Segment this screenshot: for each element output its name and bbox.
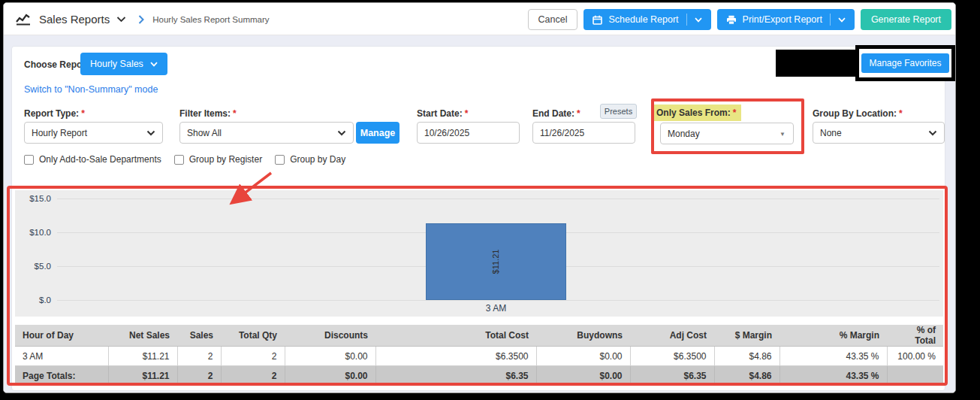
- filter-items-label: Filter Items:*: [179, 108, 237, 119]
- end-date-label: End Date:*: [532, 108, 580, 119]
- totals-cell: 43.35 %: [779, 366, 887, 386]
- cell: 3 AM: [15, 347, 108, 366]
- start-date-label: Start Date:*: [417, 108, 468, 119]
- totals-cell: $0.00: [536, 366, 630, 386]
- manage-filter-button[interactable]: Manage: [356, 122, 400, 144]
- column-header: % of Total: [887, 325, 943, 347]
- bar-3am: $11.21: [426, 223, 566, 300]
- y-axis-tick: $10.0: [15, 228, 51, 237]
- checkbox-icon[interactable]: [174, 155, 184, 165]
- start-date-field[interactable]: [417, 122, 520, 144]
- gridline: [57, 300, 939, 301]
- filter-items-select[interactable]: Show All: [179, 122, 354, 144]
- manage-favorites-highlight-frame: Manage Favorites: [855, 45, 955, 81]
- redaction-box: [776, 50, 856, 77]
- column-header: % Margin: [779, 325, 887, 347]
- report-selector-button[interactable]: Hourly Sales: [80, 53, 167, 75]
- generate-report-button[interactable]: Generate Report: [861, 9, 951, 30]
- divider: [686, 14, 687, 26]
- totals-cell: $6.35: [375, 366, 536, 386]
- cell: $6.3500: [375, 347, 536, 366]
- report-panel: Choose Report Hourly Sales Switch to "No…: [11, 46, 945, 391]
- group-by-location-label: Group By Location:*: [813, 108, 903, 119]
- column-header: Discounts: [285, 325, 375, 347]
- chevron-down-icon[interactable]: [838, 17, 846, 23]
- cell: $6.3500: [630, 347, 714, 366]
- header-bar: Sales Reports Hourly Sales Report Summar…: [4, 3, 955, 35]
- chevron-down-icon: [928, 130, 937, 136]
- column-header: Adj Cost: [630, 325, 714, 347]
- totals-cell: [887, 366, 943, 386]
- chevron-right-icon: [138, 15, 144, 24]
- checkbox-group-by-day[interactable]: Group by Day: [275, 154, 345, 165]
- column-header: $ Margin: [714, 325, 779, 347]
- totals-cell: $0.00: [285, 366, 375, 386]
- totals-cell: 2: [221, 366, 285, 386]
- presets-button[interactable]: Presets: [600, 104, 637, 119]
- table-header-row: Hour of Day Net Sales Sales Total Qty Di…: [15, 325, 943, 347]
- cell: 2: [221, 347, 285, 366]
- column-header: Sales: [177, 325, 221, 347]
- bar-value-label: $11.21: [491, 250, 500, 274]
- column-header: Buydowns: [536, 325, 630, 347]
- end-date-field[interactable]: [532, 122, 635, 144]
- cell: 43.35 %: [779, 347, 887, 366]
- manage-favorites-button[interactable]: Manage Favorites: [861, 53, 948, 73]
- column-header: Total Qty: [221, 325, 285, 347]
- choose-report-label: Choose Report: [24, 59, 89, 70]
- chevron-down-icon: [146, 130, 155, 136]
- hourly-sales-bar-chart: $15.0 $10.0 $5.0 $.0 $11.21 3 AM: [15, 190, 943, 317]
- gridline: [57, 198, 939, 199]
- breadcrumb: Hourly Sales Report Summary: [152, 15, 269, 24]
- column-header: Hour of Day: [15, 325, 108, 347]
- cancel-button[interactable]: Cancel: [528, 9, 578, 30]
- page-title[interactable]: Sales Reports: [39, 13, 110, 26]
- options-row: Only Add-to-Sale Departments Group by Re…: [24, 154, 345, 165]
- y-axis-tick: $15.0: [15, 194, 51, 203]
- triangle-down-icon: ▼: [779, 131, 786, 138]
- calendar-icon: [593, 15, 602, 25]
- switch-mode-link[interactable]: Switch to "Non-Summary" mode: [24, 84, 158, 95]
- chevron-down-icon[interactable]: [695, 17, 702, 23]
- checkbox-only-add-to-sale-departments[interactable]: Only Add-to-Sale Departments: [24, 154, 161, 165]
- cell: 100.00 %: [887, 347, 943, 366]
- print-export-report-button[interactable]: Print/Export Report: [717, 9, 855, 30]
- schedule-report-button[interactable]: Schedule Report: [583, 9, 710, 30]
- x-axis-tick: 3 AM: [426, 303, 566, 314]
- end-date-input[interactable]: [540, 128, 628, 138]
- table-totals-row: Page Totals: $11.21 2 2 $0.00 $6.35 $0.0…: [15, 366, 943, 386]
- printer-icon: [726, 15, 737, 25]
- report-type-select[interactable]: Hourly Report: [24, 122, 163, 144]
- totals-cell: 2: [177, 366, 221, 386]
- totals-cell: Page Totals:: [15, 366, 108, 386]
- column-header: Net Sales: [108, 325, 177, 347]
- chevron-down-icon[interactable]: [116, 16, 126, 23]
- y-axis-tick: $.0: [15, 295, 51, 305]
- app-window: Sales Reports Hourly Sales Report Summar…: [3, 2, 956, 393]
- checkbox-icon[interactable]: [275, 155, 285, 165]
- cell: $11.21: [108, 347, 177, 366]
- only-sales-from-label: Only Sales From:*: [651, 105, 741, 121]
- cell: $0.00: [536, 347, 630, 366]
- totals-cell: $11.21: [108, 366, 177, 386]
- cell: $0.00: [285, 347, 375, 366]
- only-sales-from-select[interactable]: Monday ▼: [660, 123, 794, 144]
- chevron-down-icon: [150, 62, 158, 67]
- sales-chart-icon: [16, 13, 31, 26]
- report-type-label: Report Type:*: [24, 108, 85, 119]
- chevron-down-icon: [337, 130, 346, 136]
- checkbox-icon[interactable]: [24, 155, 34, 165]
- y-axis-tick: $5.0: [15, 262, 51, 271]
- column-header: Total Cost: [375, 325, 536, 347]
- checkbox-group-by-register[interactable]: Group by Register: [174, 154, 262, 165]
- start-date-input[interactable]: [424, 128, 512, 138]
- table-row: 3 AM $11.21 2 2 $0.00 $6.3500 $0.00 $6.3…: [15, 347, 943, 366]
- hourly-sales-table: Hour of Day Net Sales Sales Total Qty Di…: [15, 325, 943, 386]
- group-by-location-select[interactable]: None: [813, 122, 945, 144]
- totals-cell: $4.86: [714, 366, 779, 386]
- cell: 2: [177, 347, 221, 366]
- cell: $4.86: [714, 347, 779, 366]
- totals-cell: $6.35: [630, 366, 714, 386]
- divider: [830, 14, 831, 26]
